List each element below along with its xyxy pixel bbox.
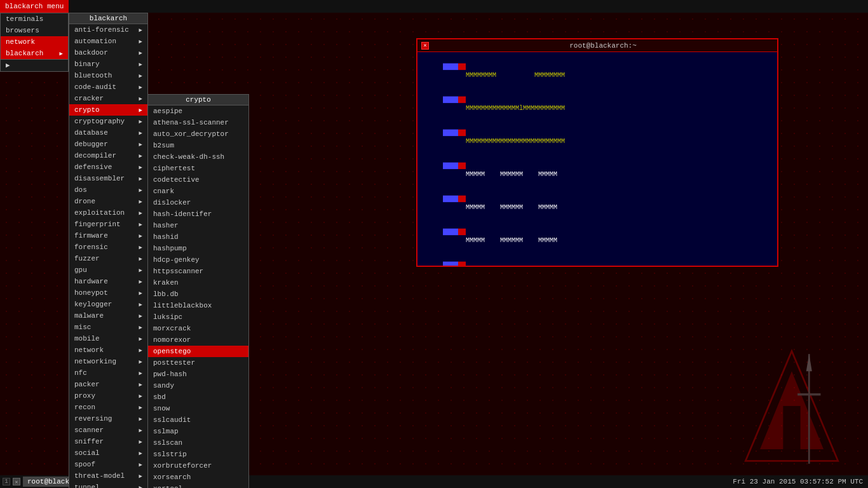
term-line-2: ██████ MMMMMMMMMMMMMMlMMMMMMMMMMM [420,88,775,121]
terminal-title: root@blackarch:~ [433,42,773,50]
crypto-item-pwdhash[interactable]: pwd-hash [148,369,248,380]
crypto-item-xorbruteforcer[interactable]: xorbruteforcer [148,460,248,471]
blackarch-item-exploitation[interactable]: exploitation▶ [69,207,147,219]
menu-blackarch[interactable]: blackarch ▶ [1,48,68,59]
crypto-item-nomorexor[interactable]: nomorexor [148,334,248,346]
blackarch-item-codeaudit[interactable]: code-audit▶ [69,81,147,93]
blackarch-item-database[interactable]: database▶ [69,127,147,139]
crypto-submenu: crypto aespipe athena-ssl-scanner auto_x… [147,94,249,488]
blackarch-item-proxy[interactable]: proxy▶ [69,390,147,402]
blackarch-item-tunnel[interactable]: tunnel▶ [69,482,147,488]
blackarch-item-sniffer[interactable]: sniffer▶ [69,436,147,447]
blackarch-item-malware[interactable]: malware▶ [69,310,147,322]
term-line-6: ██████ MMMMM MMMMMM MMMMM [420,220,775,253]
blackarch-item-social[interactable]: social▶ [69,447,147,459]
blackarch-item-mobile[interactable]: mobile▶ [69,333,147,344]
blackarch-item-defensive[interactable]: defensive▶ [69,161,147,173]
term-line-1: ██████ MMMMMMMM MMMMMMMM [420,55,775,88]
crypto-item-autoxor[interactable]: auto_xor_decryptor [148,128,248,140]
crypto-item-openstego[interactable]: openstego [148,346,248,357]
blackarch-item-hardware[interactable]: hardware▶ [69,276,147,287]
blackarch-item-spoof[interactable]: spoof▶ [69,459,147,470]
blackarch-item-cryptography[interactable]: cryptography▶ [69,116,147,127]
blackarch-submenu: blackarch anti-forensic▶ automation▶ bac… [69,13,148,488]
blackarch-submenu-header: blackarch [69,13,147,24]
blackarch-item-scanner[interactable]: scanner▶ [69,424,147,436]
blackarch-item-backdoor[interactable]: backdoor▶ [69,47,147,58]
blackarch-item-keylogger[interactable]: keylogger▶ [69,299,147,310]
blackarch-item-dos[interactable]: dos▶ [69,184,147,196]
crypto-item-snow[interactable]: snow [148,403,248,414]
blackarch-item-forensic[interactable]: forensic▶ [69,241,147,253]
close-button[interactable]: ✕ [421,42,429,50]
blackarch-item-honeypot[interactable]: honeypot▶ [69,287,147,299]
terminal-window[interactable]: ✕ root@blackarch:~ ██████ MMMMMMMM MMMMM… [416,38,778,267]
blackarch-item-recon[interactable]: recon▶ [69,402,147,413]
crypto-item-hdcpgenkey[interactable]: hdcp-genkey [148,254,248,266]
crypto-item-sslstrip[interactable]: sslstrip [148,449,248,460]
crypto-item-luksipc[interactable]: luksipc [148,311,248,323]
crypto-item-sandy[interactable]: sandy [148,380,248,391]
blackarch-item-misc[interactable]: misc▶ [69,322,147,333]
crypto-item-dislocker[interactable]: dislocker [148,197,248,208]
crypto-item-kraken[interactable]: kraken [148,277,248,288]
crypto-item-sbd[interactable]: sbd [148,391,248,403]
taskbar-icon-x[interactable]: ✕ [13,478,20,485]
blackarch-item-fingerprint[interactable]: fingerprint▶ [69,219,147,230]
crypto-item-aespipe[interactable]: aespipe [148,105,248,117]
top-menu-label: blackarch menu [0,0,69,13]
crypto-item-codetective[interactable]: codetective [148,174,248,186]
crypto-item-hasher[interactable]: hasher [148,220,248,231]
blackarch-item-fuzzer[interactable]: fuzzer▶ [69,253,147,264]
blackarch-item-reversing[interactable]: reversing▶ [69,413,147,424]
blackarch-item-disassembler[interactable]: disassembler▶ [69,173,147,184]
primary-menu: terminals browsers network blackarch ▶ [0,13,69,60]
crypto-item-hashid[interactable]: hashid [148,231,248,243]
blackarch-item-firmware[interactable]: firmware▶ [69,230,147,241]
crypto-item-hashpump[interactable]: hashpump [148,243,248,254]
crypto-item-b2sum[interactable]: b2sum [148,140,248,151]
terminal-titlebar: ✕ root@blackarch:~ [417,39,777,52]
blackarch-item-cracker[interactable]: cracker▶ [69,93,147,104]
blackarch-item-nfc[interactable]: nfc▶ [69,367,147,379]
crypto-item-hashidentifer[interactable]: hash-identifer [148,208,248,220]
blackarch-item-packer[interactable]: packer▶ [69,379,147,390]
blackarch-item-debugger[interactable]: debugger▶ [69,139,147,150]
menu-terminals[interactable]: terminals [1,13,68,25]
blackarch-item-antiforensic[interactable]: anti-forensic▶ [69,24,147,36]
blackarch-item-gpu[interactable]: gpu▶ [69,264,147,276]
blackarch-item-automation[interactable]: automation▶ [69,36,147,47]
crypto-item-morxcrack[interactable]: morxcrack [148,323,248,334]
menu-browsers[interactable]: browsers [1,25,68,36]
crypto-item-sslscan[interactable]: sslscan [148,437,248,449]
blackarch-item-threatmodel[interactable]: threat-model▶ [69,470,147,482]
blackarch-item-network[interactable]: network▶ [69,344,147,356]
crypto-item-posttester[interactable]: posttester [148,357,248,369]
blackarch-item-bluetooth[interactable]: bluetooth▶ [69,70,147,81]
crypto-submenu-header: crypto [148,95,248,105]
crypto-item-ciphertest[interactable]: ciphertest [148,163,248,174]
term-line-4: ██████ MMMMM MMMMMM MMMMM [420,154,775,187]
crypto-item-littleblackbox[interactable]: littleblackbox [148,300,248,311]
crypto-item-xorsearch[interactable]: xorsearch [148,471,248,483]
menu-network[interactable]: network [1,36,68,48]
blackarch-item-binary[interactable]: binary▶ [69,58,147,70]
arch-logo [728,348,855,475]
crypto-item-athena[interactable]: athena-ssl-scanner [148,117,248,128]
blackarch-item-drone[interactable]: drone▶ [69,196,147,207]
crypto-item-httpsscanner[interactable]: httpsscanner [148,266,248,277]
crypto-item-lbbdb[interactable]: lbb.db [148,288,248,300]
taskbar-icon-1[interactable]: 1 [3,478,10,485]
blackarch-item-decompiler[interactable]: decompiler▶ [69,150,147,161]
crypto-item-cnark[interactable]: cnark [148,186,248,197]
crypto-item-sslcaudit[interactable]: sslcaudit [148,414,248,426]
system-clock: Fri 23 Jan 2015 03:57:52 PM UTC [733,478,868,485]
crypto-item-sslmap[interactable]: sslmap [148,426,248,437]
taskbar-top: blackarch menu [0,0,868,13]
crypto-item-checkweakdh[interactable]: check-weak-dh-ssh [148,151,248,163]
svg-marker-5 [806,354,812,371]
terminal-body[interactable]: ██████ MMMMMMMM MMMMMMMM ██████ MMMMMMMM… [417,52,777,266]
blackarch-item-networking[interactable]: networking▶ [69,356,147,367]
crypto-item-xortool[interactable]: xortool [148,483,248,488]
blackarch-item-crypto[interactable]: crypto▶ [69,104,147,116]
